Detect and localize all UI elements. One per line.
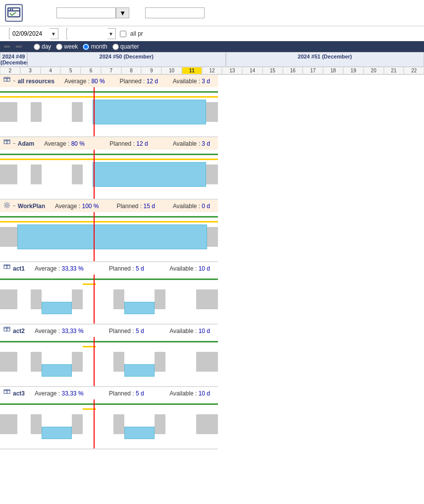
resource-header-act3: act3 Average : 33,33 % Planned : 5 d Ava… [0,387,218,399]
expand-btn-all-resources[interactable]: − [13,78,16,84]
svg-rect-4 [4,78,7,81]
day-cell-6[interactable]: 6 [81,67,101,74]
green-avail-line-adam [0,154,218,155]
day-cell-15[interactable]: 15 [263,67,283,74]
display-to-arrow[interactable]: ▼ [107,31,114,37]
gray-bar-all-resources-1 [31,102,42,122]
day-cell-16[interactable]: 16 [283,67,303,74]
yellow-workload-line-all-resources [0,96,218,98]
day-row: 2345678910111213141516171819202122 [0,67,424,74]
minus-btn[interactable] [4,46,10,48]
scale-day-label: day [42,43,51,50]
svg-rect-5 [7,78,10,81]
day-cell-21[interactable]: 21 [384,67,404,74]
day-cell-4[interactable]: 4 [41,67,61,74]
day-cell-18[interactable]: 18 [323,67,343,74]
resource-input[interactable] [56,7,116,18]
avail-adam: Available : 3 d [173,140,210,147]
svg-point-12 [6,204,8,207]
day-cell-9[interactable]: 9 [141,67,161,74]
scale-week-label: week [64,43,78,50]
day-cell-7[interactable]: 7 [101,67,121,74]
resource-row-act1: act1 Average : 33,33 % Planned : 5 d Ava… [0,262,218,325]
scale-month-label: month [91,43,107,50]
day-cell-11[interactable]: 11 [182,67,202,74]
gray-bar-act2-2 [72,352,83,372]
box-icon [3,264,11,273]
scale-month[interactable]: month [83,43,107,50]
green-avail-line-workplan [0,216,218,218]
resource-name-all-resources: all resources [18,78,54,85]
box-icon [3,326,11,336]
scale-quarter[interactable]: quarter [112,43,139,50]
today-line-adam [94,150,95,199]
day-cell-17[interactable]: 17 [303,67,323,74]
svg-rect-8 [4,141,7,144]
day-cell-12[interactable]: 12 [202,67,222,74]
resource-header-all-resources: −all resources Average : 80 % Planned : … [0,75,218,87]
avail-act2: Available : 10 d [169,328,210,335]
scale-quarter-radio[interactable] [112,44,119,50]
scale-week[interactable]: week [56,43,78,50]
display-from-arrow[interactable]: ▼ [50,31,57,37]
gray-bar-adam-2 [72,165,83,184]
expand-btn-workplan[interactable]: − [13,203,16,209]
planned-act1: Planned : 5 d [109,265,144,272]
scale-month-radio[interactable] [83,44,89,50]
day-cell-13[interactable]: 13 [222,67,242,74]
avg-act1: Average : 33,33 % [35,265,84,272]
day-cell-10[interactable]: 10 [161,67,182,74]
gray-bar-all-resources-0 [0,102,17,122]
blue-bar-adam-6 [93,162,206,187]
avg-act2: Average : 33,33 % [35,328,84,335]
svg-rect-18 [7,328,10,331]
gantt-area-act1 [0,275,218,324]
svg-rect-22 [7,391,10,393]
svg-rect-14 [7,266,10,269]
resource-dropdown-btn[interactable]: ▼ [116,7,129,18]
blue-bar-act2-6 [42,364,72,377]
svg-rect-7 [7,77,10,78]
resource-name-act1: act1 [13,265,25,272]
gray-bar-act3-3 [113,414,124,434]
scale-week-radio[interactable] [56,44,62,50]
resource-header-adam: −Adam Average : 80 % Planned : 12 d Avai… [0,137,218,150]
day-cell-2[interactable]: 2 [0,67,20,74]
day-cell-5[interactable]: 5 [60,67,81,74]
pool-input[interactable] [145,7,205,18]
resource-name-act3: act3 [13,390,25,397]
day-cell-19[interactable]: 19 [343,67,364,74]
planned-adam: Planned : 12 d [109,140,148,147]
avg-workplan: Average : 100 % [55,203,99,210]
avail-act3: Available : 10 d [169,390,210,397]
day-cell-22[interactable]: 22 [404,67,424,74]
gray-bar-adam-0 [0,165,17,184]
gray-bar-act1-5 [196,289,218,309]
day-cell-20[interactable]: 20 [364,67,384,74]
day-cell-8[interactable]: 8 [121,67,142,74]
scale-day[interactable]: day [34,43,51,50]
svg-rect-20 [7,327,10,328]
gray-bar-act3-2 [72,414,83,434]
expand-btn-adam[interactable]: − [13,141,16,146]
display-from-input[interactable] [10,28,50,39]
left-panel: −all resources Average : 80 % Planned : … [0,75,218,449]
blue-bar-all-resources-6 [93,100,206,124]
plus-btn[interactable] [16,46,22,48]
avg-adam: Average : 80 % [44,140,85,147]
blue-bar-act3-6 [42,427,72,439]
day-cell-3[interactable]: 3 [20,67,41,74]
svg-rect-21 [4,391,7,393]
display-from-wrap[interactable]: ▼ [9,28,58,39]
all-projects-checkbox[interactable] [120,31,126,37]
day-cell-14[interactable]: 14 [242,67,263,74]
yellow-workload-line-workplan [0,221,218,223]
display-to-input[interactable] [68,28,107,39]
svg-rect-9 [7,141,10,144]
scale-quarter-label: quarter [120,43,139,50]
planned-act3: Planned : 5 d [109,390,144,397]
scale-day-radio[interactable] [34,44,40,50]
display-to-wrap[interactable]: ▼ [66,28,116,39]
resource-name-workplan: WorkPlan [18,203,45,210]
main-container: −all resources Average : 80 % Planned : … [0,75,424,449]
